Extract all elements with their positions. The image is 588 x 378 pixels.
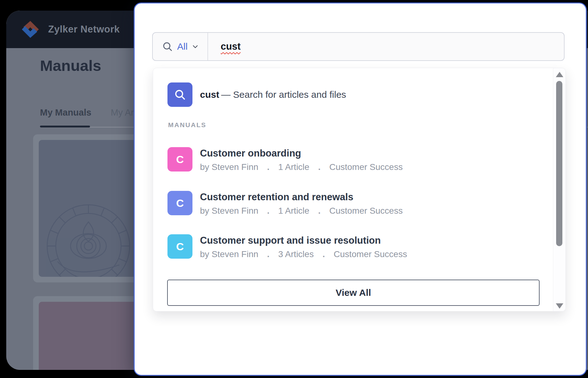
suggestion-query: cust	[200, 89, 219, 100]
scrollbar-thumb[interactable]	[556, 81, 562, 246]
result-title: Customer onboarding	[200, 148, 403, 159]
result-article-count: 1 Article	[278, 162, 310, 172]
search-scope-label: All	[177, 41, 187, 52]
result-title: Customer retention and renewals	[200, 191, 403, 203]
result-author: by Steven Finn	[200, 162, 258, 172]
result-author: by Steven Finn	[200, 249, 258, 259]
search-icon	[162, 41, 173, 52]
scroll-up-arrow[interactable]	[556, 72, 563, 77]
result-title: Customer support and issue resolution	[200, 235, 407, 246]
view-all-button[interactable]: View All	[167, 280, 540, 306]
meta-separator: .	[267, 162, 270, 172]
result-meta: by Steven Finn . 1 Article . Customer Su…	[200, 162, 403, 172]
manual-initial-icon: C	[167, 147, 192, 172]
search-input[interactable]: cust	[221, 33, 564, 60]
result-category: Customer Success	[329, 162, 403, 172]
result-article-count: 1 Article	[278, 206, 310, 216]
section-label-manuals: MANUALS	[168, 121, 207, 129]
meta-separator: .	[318, 162, 321, 172]
active-tab-indicator	[40, 126, 90, 127]
search-bar-divider	[207, 33, 208, 60]
result-category: Customer Success	[329, 206, 403, 216]
search-overlay-modal: All cust cust— Search for artic	[134, 2, 587, 376]
zylker-logo-icon	[21, 20, 40, 39]
manual-initial-icon: C	[167, 191, 192, 215]
result-article-count: 3 Articles	[278, 249, 314, 259]
scrollbar[interactable]	[553, 68, 566, 311]
result-row[interactable]: C Customer support and issue resolution …	[167, 234, 407, 261]
suggestion-description: — Search for articles and files	[221, 89, 346, 100]
search-scope-selector[interactable]: All	[153, 33, 207, 60]
brand-label: Zylker Network	[48, 24, 120, 35]
result-category: Customer Success	[334, 249, 407, 259]
meta-separator: .	[267, 206, 270, 216]
page-title: Manuals	[40, 57, 101, 74]
meta-separator: .	[322, 249, 325, 259]
meta-separator: .	[267, 249, 270, 259]
chevron-down-icon	[192, 43, 199, 50]
result-author: by Steven Finn	[200, 206, 258, 216]
meta-separator: .	[318, 206, 321, 216]
scroll-down-arrow[interactable]	[556, 303, 563, 309]
search-query-text: cust	[221, 41, 241, 52]
suggestion-search-icon	[167, 82, 192, 107]
result-row[interactable]: C Customer retention and renewals by Ste…	[167, 191, 403, 217]
search-bar: All cust	[152, 32, 565, 61]
result-meta: by Steven Finn . 3 Articles . Customer S…	[200, 249, 407, 259]
result-meta: by Steven Finn . 1 Article . Customer Su…	[200, 206, 403, 216]
search-suggestion-row[interactable]: cust— Search for articles and files	[167, 82, 346, 107]
tab-my-manuals[interactable]: My Manuals	[40, 107, 91, 118]
result-row[interactable]: C Customer onboarding by Steven Finn . 1…	[167, 147, 403, 173]
screen: Zylker Network Manuals My Manuals My Art…	[0, 0, 588, 378]
mandala-illustration	[39, 189, 140, 277]
manual-initial-icon: C	[167, 234, 192, 259]
suggestion-text: cust— Search for articles and files	[200, 89, 346, 100]
search-results-dropdown: cust— Search for articles and files MANU…	[153, 68, 566, 311]
